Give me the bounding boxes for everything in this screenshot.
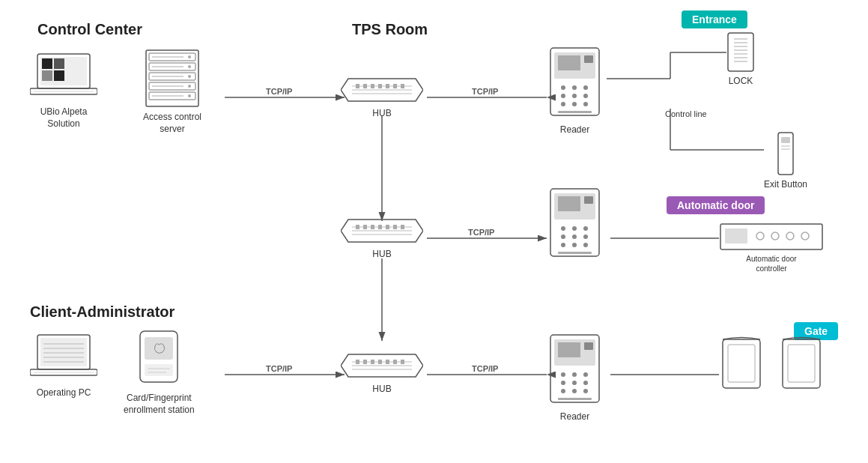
svg-point-95 [572, 243, 577, 247]
device-access-control-server: Access control server [139, 49, 206, 135]
svg-point-89 [572, 226, 577, 231]
svg-rect-43 [356, 84, 359, 88]
device-reader-mid [547, 187, 603, 265]
section-control-center: Control Center [37, 21, 142, 38]
svg-point-103 [572, 372, 577, 377]
reader-mid-icon [547, 187, 603, 262]
svg-point-33 [188, 85, 191, 88]
svg-point-31 [188, 65, 191, 68]
svg-point-129 [801, 232, 809, 240]
svg-point-32 [188, 75, 191, 78]
svg-rect-24 [146, 50, 198, 106]
operating-pc-icon [30, 333, 97, 384]
svg-point-96 [583, 243, 588, 247]
svg-point-76 [583, 85, 588, 90]
svg-point-107 [583, 381, 588, 385]
lock-label: LOCK [729, 76, 753, 88]
svg-point-30 [188, 55, 191, 58]
svg-point-105 [561, 381, 565, 385]
svg-point-126 [756, 232, 764, 240]
lock-icon [726, 31, 755, 73]
svg-rect-83 [558, 111, 592, 113]
svg-point-75 [572, 85, 577, 90]
hub-bot-label: HUB [372, 384, 391, 396]
device-hub-mid: HUB [341, 216, 423, 261]
hub-top-label: HUB [372, 108, 391, 120]
control-line-label: Control line [665, 109, 707, 119]
svg-point-127 [771, 232, 779, 240]
reader-top-icon [547, 46, 603, 121]
badge-automatic-door: Automatic door [667, 196, 765, 214]
svg-rect-68 [393, 360, 397, 364]
svg-point-91 [561, 234, 565, 239]
svg-point-102 [561, 372, 565, 377]
svg-rect-144 [145, 337, 173, 360]
arrow-label-hub-reader-mid: TCP/IP [468, 228, 494, 237]
device-exit-button: Exit Button [764, 131, 807, 191]
svg-point-104 [583, 372, 588, 377]
svg-rect-45 [371, 84, 374, 88]
svg-rect-44 [363, 84, 367, 88]
svg-rect-56 [378, 225, 382, 229]
svg-point-77 [561, 94, 565, 98]
access-control-server-label: Access control server [143, 112, 201, 135]
svg-rect-101 [584, 342, 593, 350]
svg-rect-69 [401, 360, 404, 364]
card-fingerprint-label: Card/Fingerprint enrollment station [124, 393, 195, 416]
diagram: Control Center TPS Room Client-Administr… [0, 0, 868, 463]
svg-point-110 [583, 389, 588, 393]
svg-rect-46 [378, 84, 382, 88]
device-card-fingerprint: Card/Fingerprint enrollment station [124, 330, 195, 416]
svg-point-108 [561, 389, 565, 393]
arrow-label-client-hub: TCP/IP [266, 364, 292, 373]
svg-rect-58 [393, 225, 397, 229]
svg-rect-111 [558, 398, 592, 400]
svg-point-82 [583, 102, 588, 106]
svg-point-79 [583, 94, 588, 98]
svg-rect-121 [781, 137, 790, 143]
exit-button-label: Exit Button [764, 179, 807, 191]
svg-rect-125 [725, 229, 747, 243]
svg-point-93 [583, 234, 588, 239]
svg-rect-47 [386, 84, 389, 88]
svg-rect-100 [558, 342, 580, 357]
auto-door-label: Automatic door controller [746, 254, 796, 273]
badge-entrance: Entrance [682, 10, 747, 28]
svg-rect-73 [584, 55, 593, 63]
svg-rect-19 [54, 58, 64, 69]
device-operating-pc: Operating PC [30, 333, 97, 399]
svg-point-81 [572, 102, 577, 106]
arrow-label-hub-reader-top: TCP/IP [472, 87, 498, 96]
svg-point-94 [561, 243, 565, 247]
operating-pc-label: Operating PC [37, 387, 91, 399]
hub-top-icon [341, 75, 423, 105]
svg-point-90 [583, 226, 588, 231]
device-reader-bot: Reader [547, 333, 603, 423]
device-hub-bot: HUB [341, 351, 423, 396]
svg-point-92 [572, 234, 577, 239]
device-auto-door: Automatic door controller [719, 223, 824, 273]
svg-rect-72 [558, 55, 580, 70]
svg-point-109 [572, 389, 577, 393]
svg-rect-49 [401, 84, 404, 88]
svg-rect-18 [42, 58, 52, 69]
svg-rect-64 [363, 360, 367, 364]
svg-rect-48 [393, 84, 397, 88]
svg-point-74 [561, 85, 565, 90]
laptop-icon [30, 52, 97, 103]
svg-point-34 [188, 94, 191, 97]
svg-rect-59 [401, 225, 404, 229]
arrow-label-cc-hub: TCP/IP [266, 87, 292, 96]
hub-mid-label: HUB [372, 249, 391, 261]
svg-point-128 [786, 232, 794, 240]
arrow-label-hub-reader-bot: TCP/IP [472, 364, 498, 373]
svg-rect-57 [386, 225, 389, 229]
svg-rect-20 [42, 70, 52, 81]
svg-rect-66 [378, 360, 382, 364]
svg-rect-67 [386, 360, 389, 364]
reader-bot-icon [547, 333, 603, 408]
svg-rect-86 [558, 196, 580, 211]
device-hub-top: HUB [341, 75, 423, 120]
svg-rect-87 [584, 196, 593, 204]
device-reader-top: Reader [547, 46, 603, 136]
